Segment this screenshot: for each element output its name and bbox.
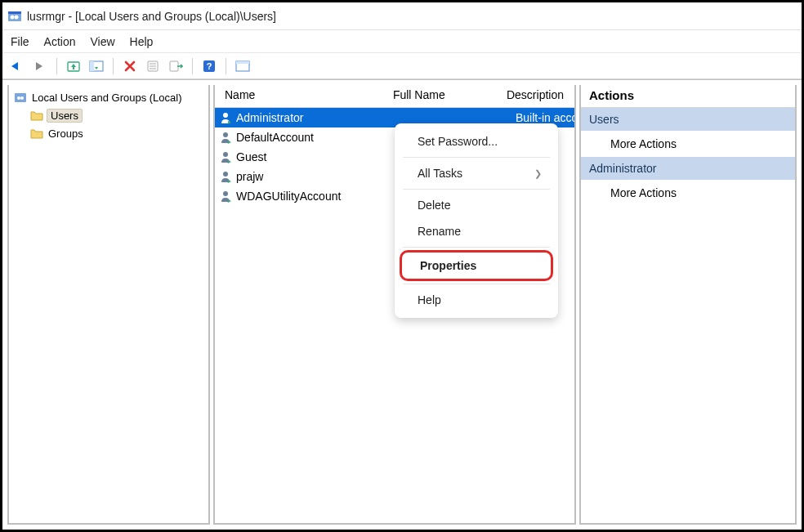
forward-icon[interactable] [30,56,50,76]
context-divider [403,189,550,190]
svg-point-2 [11,15,15,19]
user-name-label: Administrator [236,111,303,124]
folder-icon [30,110,43,121]
svg-rect-15 [236,61,249,64]
user-name-label: prajw [236,170,263,183]
export-list-icon[interactable] [166,56,185,76]
context-divider [403,157,550,158]
context-menu: Set Password... All Tasks ❯ Delete Renam… [395,123,558,318]
context-properties-label: Properties [420,259,476,272]
toolbar: ? [2,53,802,79]
cell-name: WDAGUtilityAccount [215,190,395,203]
svg-point-3 [15,15,19,19]
context-rename-label: Rename [418,225,461,238]
toolbar-separator [56,58,57,74]
context-help[interactable]: Help [395,287,558,313]
context-all-tasks-label: All Tasks [418,167,462,180]
user-name-label: WDAGUtilityAccount [236,190,341,203]
back-icon[interactable] [7,56,27,76]
user-name-label: Guest [236,150,266,163]
tree-root[interactable]: Local Users and Groups (Local) [14,88,203,106]
svg-point-23 [223,191,228,196]
actions-header: Actions [581,85,795,108]
svg-point-17 [17,96,20,100]
actions-group-users[interactable]: Users [581,108,795,131]
list-header: Name Full Name Description [215,85,574,108]
refresh-icon[interactable] [143,56,163,76]
user-icon [220,111,233,124]
user-icon [220,150,233,163]
tree-root-label: Local Users and Groups (Local) [30,91,184,105]
title-bar: lusrmgr - [Local Users and Groups (Local… [2,2,802,30]
context-rename[interactable]: Rename [395,218,558,244]
actions-more-users[interactable]: More Actions [581,131,795,157]
col-header-description[interactable]: Description [497,85,574,107]
menu-file[interactable]: File [11,35,29,48]
user-name-label: DefaultAccount [236,131,314,144]
tree-node-groups[interactable]: Groups [14,124,203,142]
menu-view[interactable]: View [90,35,114,48]
menu-bar: File Action View Help [2,30,802,53]
user-icon [220,131,233,144]
left-tree-pane[interactable]: Local Users and Groups (Local) Users Gro… [7,85,210,525]
cell-name: DefaultAccount [215,131,395,144]
actions-more-administrator[interactable]: More Actions [581,180,795,206]
app-icon [7,9,22,24]
show-hide-tree-icon[interactable] [87,56,106,76]
folder-icon [30,127,43,139]
menu-help[interactable]: Help [130,35,154,48]
tree: Local Users and Groups (Local) Users Gro… [9,85,208,145]
context-all-tasks[interactable]: All Tasks ❯ [395,160,558,186]
svg-rect-6 [90,61,94,71]
svg-rect-16 [15,93,26,102]
context-delete[interactable]: Delete [395,192,558,218]
svg-text:?: ? [207,61,212,71]
toolbar-separator [226,58,226,74]
cell-name: Administrator [215,111,395,124]
context-divider [403,247,550,248]
user-icon [220,170,233,183]
users-groups-icon [14,91,27,104]
user-icon [220,190,233,203]
tree-users-label: Users [47,109,83,123]
toolbar-separator [113,58,114,74]
context-set-password[interactable]: Set Password... [395,128,558,154]
context-properties[interactable]: Properties [400,250,553,281]
right-actions-pane: Actions Users More Actions Administrator… [579,85,797,525]
cell-name: Guest [215,150,395,163]
help-icon[interactable]: ? [199,56,219,76]
tree-groups-label: Groups [47,127,85,141]
menu-action[interactable]: Action [44,35,76,48]
tree-node-users[interactable]: Users [14,106,203,124]
chevron-right-icon: ❯ [534,168,542,179]
window-title: lusrmgr - [Local Users and Groups (Local… [27,10,276,23]
properties-window-icon[interactable] [233,56,252,76]
col-header-name[interactable]: Name [215,85,383,107]
context-help-label: Help [418,293,441,306]
cell-name: prajw [215,170,395,183]
svg-point-21 [223,152,228,157]
context-delete-label: Delete [418,199,450,212]
svg-point-19 [223,113,228,118]
col-header-fullname[interactable]: Full Name [383,85,497,107]
delete-icon[interactable] [120,56,140,76]
context-set-password-label: Set Password... [418,135,498,148]
cell-description: Built-in acco [516,111,574,124]
up-icon[interactable] [64,56,83,76]
svg-rect-11 [170,61,178,71]
svg-point-18 [20,96,24,100]
svg-rect-1 [8,11,21,14]
actions-group-administrator[interactable]: Administrator [581,157,795,180]
toolbar-separator [192,58,193,74]
context-divider [403,284,550,284]
svg-point-22 [223,172,228,177]
svg-point-20 [223,132,228,137]
